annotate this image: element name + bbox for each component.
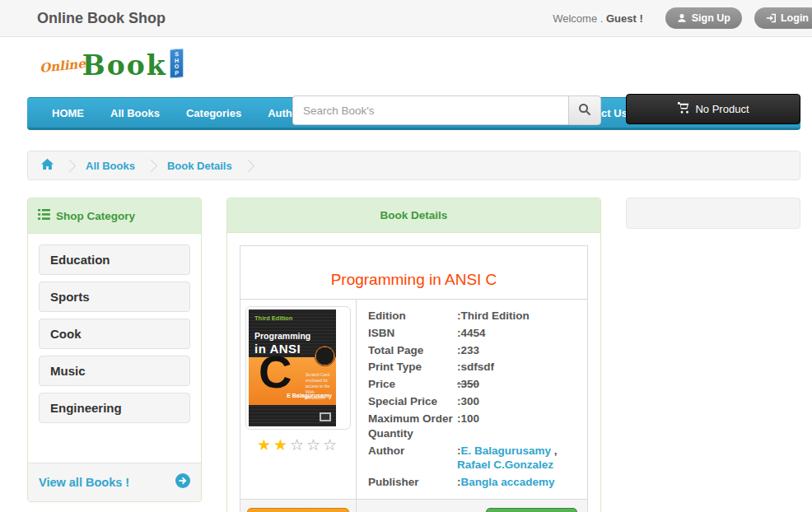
cover-title-line1: Programming bbox=[254, 331, 310, 341]
sidebar-header: Shop Category bbox=[28, 198, 201, 234]
book-box: Programming in ANSI C Third Edition Prog… bbox=[240, 245, 588, 512]
site-title: Online Book Shop bbox=[37, 10, 166, 27]
sidebar-title: Shop Category bbox=[56, 210, 135, 222]
category-education[interactable]: Education bbox=[39, 244, 190, 275]
star-filled-icon[interactable]: ★ bbox=[273, 436, 290, 454]
search-input[interactable] bbox=[292, 95, 568, 125]
detail-value: :100 bbox=[457, 412, 576, 441]
logo-spine-shop: SHOP bbox=[170, 48, 184, 78]
nav-item-home[interactable]: HOME bbox=[39, 98, 97, 128]
book-footer-left: Back to Home bbox=[240, 500, 357, 512]
cart-icon bbox=[677, 102, 689, 116]
detail-label: Price bbox=[368, 377, 457, 392]
breadcrumb-chevron-icon bbox=[63, 159, 77, 172]
signup-label: Sign Up bbox=[692, 12, 730, 24]
sidebar: Shop Category EducationSportsCookMusicEn… bbox=[27, 198, 202, 502]
detail-row-price: Price:350 bbox=[368, 377, 576, 392]
detail-row-publisher: Publisher:Bangla accademy bbox=[368, 475, 576, 490]
star-empty-icon[interactable]: ☆ bbox=[323, 436, 339, 454]
detail-label: Publisher bbox=[368, 475, 457, 490]
cover-edition-text: Third Edition bbox=[254, 314, 292, 322]
arrow-right-circle-icon[interactable] bbox=[175, 473, 190, 491]
book-details-panel: Book Details Programming in ANSI C Third… bbox=[226, 198, 601, 512]
right-side-well bbox=[626, 198, 800, 229]
welcome-user: Guest ! bbox=[606, 12, 643, 25]
login-button[interactable]: Login bbox=[754, 7, 812, 29]
detail-value: :233 bbox=[457, 343, 576, 358]
detail-row-print-type: Print Type:sdfsdf bbox=[368, 360, 576, 375]
book-cover-column: Third Edition Programming in ANSI C Scra… bbox=[240, 300, 357, 499]
detail-row-author: Author:E. Balagurusamy , Rafael C.Gonzal… bbox=[368, 444, 576, 473]
sidebar-footer: View all Books ! bbox=[28, 463, 201, 501]
welcome-text: Welcome . Guest ! bbox=[553, 12, 643, 25]
detail-label: Maximum Order Quantity bbox=[368, 412, 457, 441]
category-music[interactable]: Music bbox=[39, 356, 190, 386]
content: Shop Category EducationSportsCookMusicEn… bbox=[27, 198, 800, 512]
detail-row-isbn: ISBN:4454 bbox=[368, 326, 576, 341]
detail-value: :sdfsdf bbox=[457, 360, 576, 375]
book-details-table: Edition:Third EditionISBN:4454Total Page… bbox=[357, 300, 587, 499]
book-content: Third Edition Programming in ANSI C Scra… bbox=[240, 300, 587, 499]
search-icon bbox=[578, 103, 591, 119]
page: Online Book Shop Welcome . Guest ! Sign … bbox=[0, 0, 812, 512]
detail-row-total-page: Total Page:233 bbox=[368, 343, 576, 358]
detail-value: :300 bbox=[457, 394, 576, 409]
signup-button[interactable]: Sign Up bbox=[665, 7, 742, 29]
detail-value: :E. Balagurusamy , Rafael C.Gonzalez bbox=[457, 444, 576, 473]
detail-value: :4454 bbox=[457, 326, 576, 341]
breadcrumb-item-all-books[interactable]: All Books bbox=[86, 160, 135, 172]
add-to-cart-button[interactable]: Add To Cart bbox=[486, 508, 577, 512]
detail-link-e-balagurusamy[interactable]: E. Balagurusamy bbox=[461, 445, 552, 457]
detail-link-bangla-accademy[interactable]: Bangla accademy bbox=[461, 476, 555, 488]
detail-value: :Third Edition bbox=[457, 309, 576, 323]
breadcrumb-chevron-icon bbox=[145, 159, 158, 172]
view-all-books-link[interactable]: View all Books ! bbox=[39, 476, 129, 489]
star-empty-icon[interactable]: ☆ bbox=[306, 436, 323, 454]
panel-title: Book Details bbox=[380, 209, 448, 221]
breadcrumb: All BooksBook Details bbox=[27, 151, 800, 180]
nav-item-all-books[interactable]: All Books bbox=[97, 98, 173, 128]
site-header: Online Book SHOP No Product bbox=[0, 37, 812, 97]
category-cook[interactable]: Cook bbox=[39, 319, 190, 349]
detail-row-maximum-order-quantity: Maximum Order Quantity:100 bbox=[368, 412, 576, 441]
nav-item-categories[interactable]: Categories bbox=[173, 98, 254, 128]
login-label: Login bbox=[781, 12, 809, 24]
detail-row-edition: Edition:Third Edition bbox=[368, 309, 576, 323]
list-icon bbox=[38, 209, 50, 222]
detail-label: Total Page bbox=[368, 343, 457, 358]
search-bar bbox=[292, 95, 601, 125]
user-icon bbox=[677, 13, 687, 23]
topbar: Online Book Shop Welcome . Guest ! Sign … bbox=[0, 0, 812, 37]
category-engineering[interactable]: Engineering bbox=[39, 393, 190, 423]
logo-word-book: Book bbox=[82, 52, 167, 79]
detail-label: Author bbox=[368, 444, 457, 473]
book-cover-image[interactable]: Third Edition Programming in ANSI C Scra… bbox=[249, 310, 336, 426]
category-sports[interactable]: Sports bbox=[39, 282, 190, 312]
star-empty-icon[interactable]: ☆ bbox=[290, 436, 306, 454]
book-footer-right: Add To Cart bbox=[357, 500, 587, 512]
star-rating: ★★☆☆☆ bbox=[245, 435, 351, 454]
login-icon bbox=[766, 13, 776, 23]
book-details-body: Programming in ANSI C Third Edition Prog… bbox=[227, 233, 600, 512]
breadcrumb-home[interactable] bbox=[41, 158, 54, 174]
home-icon bbox=[41, 158, 54, 174]
welcome-prefix: Welcome . bbox=[553, 12, 603, 25]
breadcrumb-item-book-details[interactable]: Book Details bbox=[167, 160, 232, 172]
detail-label: Special Price bbox=[368, 394, 457, 409]
cart-button-label: No Product bbox=[695, 103, 749, 115]
star-filled-icon[interactable]: ★ bbox=[257, 436, 273, 454]
cover-badge bbox=[315, 346, 335, 366]
detail-link-rafael-c-gonzalez[interactable]: Rafael C.Gonzalez bbox=[457, 458, 553, 471]
detail-value: :350 bbox=[457, 377, 576, 392]
cart-button[interactable]: No Product bbox=[626, 94, 800, 124]
breadcrumb-chevron-icon bbox=[241, 159, 254, 172]
logo-word-online: Online bbox=[39, 56, 86, 76]
topbar-right: Welcome . Guest ! Sign Up Login bbox=[553, 7, 812, 29]
book-footer: Back to Home Add To Cart bbox=[240, 499, 587, 512]
search-button[interactable] bbox=[568, 95, 601, 125]
shop-logo[interactable]: Online Book SHOP bbox=[40, 49, 184, 79]
category-list: EducationSportsCookMusicEngineering bbox=[28, 234, 201, 463]
book-cover-frame: Third Edition Programming in ANSI C Scra… bbox=[245, 306, 351, 430]
book-title: Programming in ANSI C bbox=[240, 246, 587, 300]
back-to-home-button[interactable]: Back to Home bbox=[247, 508, 349, 512]
